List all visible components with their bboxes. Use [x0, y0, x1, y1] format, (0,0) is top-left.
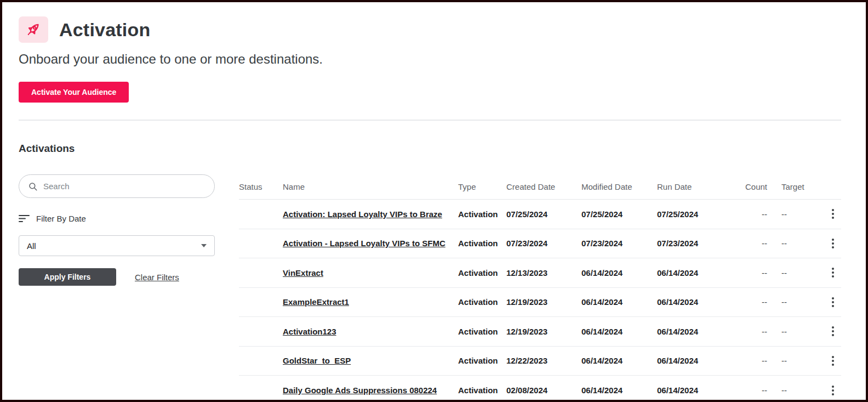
status-cell [239, 239, 283, 248]
kebab-menu-icon[interactable] [830, 236, 836, 251]
row-created: 12/13/2023 [506, 268, 581, 278]
table-row: Activation123 Activation 12/19/2023 06/1… [239, 317, 841, 347]
actions-cell [830, 383, 846, 398]
row-target: -- [769, 356, 830, 365]
col-modified: Modified Date [581, 182, 657, 191]
row-run: 06/14/2024 [657, 297, 736, 307]
row-modified: 07/25/2024 [581, 210, 657, 219]
search-input[interactable] [43, 182, 205, 191]
kebab-menu-icon[interactable] [830, 265, 836, 280]
page-title: Activation [59, 19, 150, 41]
table-row: Activation - Lapsed Loyalty VIPs to SFMC… [239, 229, 841, 259]
page-subtitle: Onboard your audience to one or more des… [19, 52, 841, 67]
actions-cell [830, 295, 846, 309]
status-cell [239, 297, 283, 307]
row-count: -- [736, 386, 769, 395]
row-name-link[interactable]: ExampleExtract1 [283, 297, 349, 307]
kebab-menu-icon[interactable] [830, 354, 836, 368]
name-cell: Activation123 [283, 327, 458, 336]
panel-gap [215, 174, 239, 402]
row-modified: 06/14/2024 [581, 327, 657, 336]
row-count: -- [736, 327, 769, 336]
status-cell [239, 327, 283, 336]
actions-cell [830, 265, 846, 280]
activations-table: Status Name Type Created Date Modified D… [239, 174, 841, 402]
row-name-link[interactable]: Activation: Lapsed Loyalty VIPs to Braze [283, 210, 442, 219]
name-cell: Daily Google Ads Suppressions 080224 [283, 386, 458, 395]
filter-by-date-row: Filter By Date [19, 214, 215, 223]
col-status: Status [239, 182, 283, 191]
section-divider [19, 120, 841, 121]
row-type: Activation [458, 297, 506, 307]
row-name-link[interactable]: VinExtract [283, 268, 323, 278]
chevron-down-icon [201, 244, 207, 247]
name-cell: GoldStar_to_ESP [283, 356, 458, 365]
kebab-menu-icon[interactable] [830, 383, 836, 398]
activations-section-title: Activations [19, 143, 841, 155]
row-name-link[interactable]: Daily Google Ads Suppressions 080224 [283, 386, 437, 395]
row-count: -- [736, 356, 769, 365]
kebab-menu-icon[interactable] [830, 207, 836, 221]
kebab-menu-icon[interactable] [830, 324, 836, 338]
row-name-link[interactable]: Activation123 [283, 327, 336, 336]
status-cell [239, 386, 283, 395]
name-cell: Activation - Lapsed Loyalty VIPs to SFMC [283, 239, 458, 248]
filter-lines-icon [19, 214, 30, 223]
row-modified: 07/23/2024 [581, 239, 657, 248]
rocket-icon-box [19, 16, 48, 43]
rocket-icon [25, 21, 42, 38]
row-modified: 06/14/2024 [581, 356, 657, 365]
row-target: -- [769, 210, 830, 219]
row-created: 12/19/2023 [506, 327, 581, 336]
col-created: Created Date [506, 182, 581, 191]
row-run: 06/14/2024 [657, 356, 736, 365]
search-icon [28, 182, 38, 191]
table-row: Daily Google Ads Suppressions 080224 Act… [239, 376, 841, 402]
row-target: -- [769, 268, 830, 278]
filter-panel: Filter By Date All Apply Filters Clear F… [19, 174, 215, 402]
row-created: 02/08/2024 [506, 386, 581, 395]
table-row: ExampleExtract1 Activation 12/19/2023 06… [239, 288, 841, 318]
row-modified: 06/14/2024 [581, 386, 657, 395]
table-body: Activation: Lapsed Loyalty VIPs to Braze… [239, 200, 841, 402]
name-cell: ExampleExtract1 [283, 297, 458, 307]
status-cell [239, 268, 283, 278]
kebab-menu-icon[interactable] [830, 295, 836, 309]
row-name-link[interactable]: Activation - Lapsed Loyalty VIPs to SFMC [283, 239, 446, 248]
row-run: 06/14/2024 [657, 268, 736, 278]
row-target: -- [769, 327, 830, 336]
activate-your-audience-button[interactable]: Activate Your Audience [19, 82, 129, 103]
row-count: -- [736, 268, 769, 278]
activation-page: Activation Onboard your audience to one … [2, 2, 866, 402]
row-name-link[interactable]: GoldStar_to_ESP [283, 356, 351, 365]
row-count: -- [736, 297, 769, 307]
actions-cell [830, 207, 846, 221]
row-target: -- [769, 239, 830, 248]
search-box[interactable] [19, 174, 215, 198]
clear-filters-link[interactable]: Clear Filters [135, 273, 179, 282]
content-area: Filter By Date All Apply Filters Clear F… [19, 174, 841, 402]
col-count: Count [736, 182, 769, 191]
filter-actions: Apply Filters Clear Filters [19, 268, 215, 286]
row-type: Activation [458, 327, 506, 336]
date-filter-value: All [27, 241, 36, 251]
filter-by-date-label: Filter By Date [36, 214, 86, 223]
row-type: Activation [458, 356, 506, 365]
row-modified: 06/14/2024 [581, 297, 657, 307]
row-type: Activation [458, 210, 506, 219]
row-type: Activation [458, 268, 506, 278]
row-run: 06/14/2024 [657, 386, 736, 395]
row-run: 07/25/2024 [657, 210, 736, 219]
date-filter-select[interactable]: All [19, 235, 215, 256]
col-name: Name [283, 182, 458, 191]
name-cell: VinExtract [283, 268, 458, 278]
col-run: Run Date [657, 182, 736, 191]
actions-cell [830, 236, 846, 251]
row-created: 12/22/2023 [506, 356, 581, 365]
row-count: -- [736, 239, 769, 248]
col-target: Target [769, 182, 830, 191]
actions-cell [830, 324, 846, 338]
apply-filters-button[interactable]: Apply Filters [19, 268, 116, 286]
table-header-row: Status Name Type Created Date Modified D… [239, 174, 841, 200]
row-run: 07/23/2024 [657, 239, 736, 248]
